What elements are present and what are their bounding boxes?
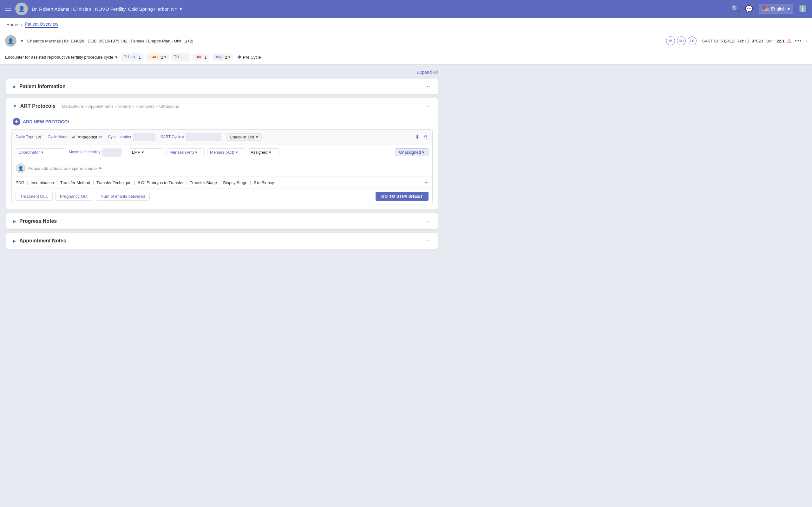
unassigned-button[interactable]: Unassigned ▾ xyxy=(395,148,428,156)
sart-info: SART ID: 532412| Ref: ID: 97023 xyxy=(702,39,763,43)
clinician-avatar: 👤 xyxy=(15,3,28,15)
assigned-chevron-icon: ▾ xyxy=(269,150,271,155)
menses-act-label: Menses (Act) xyxy=(210,150,235,155)
progress-notes-header[interactable]: ▶ Progress Notes ··· xyxy=(6,213,438,229)
language-chevron-icon: ▾ xyxy=(788,6,790,11)
top-navbar: 👤 Dr. Robert Adams | Clinician | NOVO Fe… xyxy=(0,0,812,18)
art-protocols-subtitle: Medications + Appointments + Orders + Ho… xyxy=(62,104,179,109)
art-protocols-header[interactable]: ▼ ART Protocols Medications + Appointmen… xyxy=(6,98,438,114)
appointment-notes-more-options[interactable]: ··· xyxy=(424,238,432,244)
sab-group[interactable]: SAB 2 ▾ xyxy=(146,54,169,60)
encounter-bar: Encounter for assisted reproductive fert… xyxy=(0,50,812,65)
sab-chevron-icon: ▾ xyxy=(164,55,166,59)
months-infertility-field: Months of infertility xyxy=(69,148,121,157)
ivf-group[interactable]: IVF 2 ▾ xyxy=(212,54,233,60)
info-icon[interactable]: ℹ️ xyxy=(799,5,807,13)
sab-count: 2 xyxy=(161,55,163,60)
months-infertility-label: Months of infertility xyxy=(69,150,101,154)
download-icon[interactable]: ⬇ xyxy=(415,133,420,140)
progress-notes-toggle-icon[interactable]: ▶ xyxy=(13,219,16,224)
hamburger-menu[interactable] xyxy=(5,7,11,11)
menses-act-selector[interactable]: Menses (Act) ▾ xyxy=(207,148,245,156)
transfer-edit-icon[interactable]: ✏ xyxy=(425,180,428,185)
nav-right-actions: 🔍 💬 🇺🇸 English ▾ ℹ️ xyxy=(731,4,807,14)
assigned-selector[interactable]: Assigned ▾ xyxy=(248,148,280,156)
checklist-chevron-icon: ▾ xyxy=(256,135,258,139)
progress-notes-more-options[interactable]: ··· xyxy=(424,218,432,224)
patient-header: 👤 ▼ Charlotte Marshall | ID: 134028 | DO… xyxy=(0,32,812,50)
th-label: TH xyxy=(174,55,179,59)
patient-chevron-icon[interactable]: ▼ xyxy=(20,38,24,43)
art-protocols-more-options[interactable]: ··· xyxy=(424,103,432,109)
infants-delivered-button[interactable]: Num of infants delivered xyxy=(96,192,150,201)
breadcrumb-home[interactable]: Home xyxy=(6,22,18,27)
patient-more-options[interactable]: ••• xyxy=(795,38,802,44)
search-icon[interactable]: 🔍 xyxy=(731,5,740,13)
transfer-method-label: Transfer Method xyxy=(60,180,90,185)
assigned-label: Assigned xyxy=(251,150,267,155)
add-protocol-icon: + xyxy=(13,118,20,125)
sperm-source-avatar: 👤 xyxy=(15,163,26,173)
badge-ip: IP xyxy=(666,37,675,45)
appointment-notes-header[interactable]: ▶ Appointment Notes ··· xyxy=(6,233,438,249)
menses-act-chevron-icon: ▾ xyxy=(236,150,238,155)
iui-badge: IUI xyxy=(195,55,203,60)
cycle-badges: PH G 1 SAB 2 ▾ TH IUI 1 IVF 2 ▾ Pre Cycl… xyxy=(121,53,261,61)
patient-info-toggle-icon[interactable]: ▶ xyxy=(13,84,16,89)
breadcrumb-separator: › xyxy=(20,22,22,27)
cycle-name-field: Cycle Name IVF Antagonist ✏ xyxy=(48,134,103,139)
bmi-warning-icon: ⚠ xyxy=(786,38,792,44)
pregnancy-outcome-button[interactable]: Pregnancy Out. xyxy=(55,192,93,201)
chat-icon[interactable]: 💬 xyxy=(745,5,753,13)
appointment-notes-toggle-icon[interactable]: ▶ xyxy=(13,238,16,243)
embryos-label: # Of Embryos to Transfer xyxy=(138,180,184,185)
patient-information-header[interactable]: ▶ Patient Information ··· xyxy=(6,78,438,95)
pdg-label: PDG xyxy=(15,180,24,185)
art-protocols-title: ART Protocols xyxy=(20,103,55,109)
patient-panel-collapse-icon[interactable]: › xyxy=(805,38,807,44)
sperm-source-edit-icon[interactable]: ✏ xyxy=(99,166,102,171)
menses-ant-selector[interactable]: Menses (Ant) ▾ xyxy=(166,148,205,156)
sart-cycle-field: SART Cycle # xyxy=(160,133,221,141)
add-new-protocol-row[interactable]: + ADD NEW PROTOCOL xyxy=(11,114,433,129)
encounter-text: Encounter for assisted reproductive fert… xyxy=(5,55,113,60)
th-group: TH xyxy=(171,53,190,61)
sab-badge: SAB xyxy=(148,55,159,60)
coordinator-selector[interactable]: Coordinator ▾ xyxy=(15,148,66,156)
sart-cycle-label: SART Cycle # xyxy=(160,135,184,139)
cycle-name-edit-icon[interactable]: ✏ xyxy=(99,134,103,139)
expand-all-row: Expand All xyxy=(6,70,438,75)
go-to-stim-sheet-button[interactable]: GO TO STIM SHEET xyxy=(375,192,428,201)
badge-es: ES xyxy=(688,37,697,45)
art-protocols-toggle-icon[interactable]: ▼ xyxy=(13,104,17,109)
iui-group[interactable]: IUI 1 xyxy=(192,54,209,60)
clinician-chevron-icon[interactable]: ▾ xyxy=(180,6,182,12)
th-badge xyxy=(180,54,187,60)
breadcrumb: Home › Patient Overview xyxy=(0,18,812,32)
encounter-selector[interactable]: Encounter for assisted reproductive fert… xyxy=(5,55,117,60)
biopsy-stage-label: Biopsy Stage xyxy=(223,180,247,185)
clinician-info: Dr. Robert Adams | Clinician | NOVO Fert… xyxy=(32,6,728,12)
lmp-selector[interactable]: LMP ▾ xyxy=(129,148,164,156)
months-infertility-input[interactable] xyxy=(102,148,121,157)
lmp-label: LMP xyxy=(132,150,141,155)
badge-gc: GC xyxy=(677,37,686,45)
protocol-row-transfer: PDG | Insemination | Transfer Method | T… xyxy=(12,177,432,188)
sart-cycle-input[interactable] xyxy=(186,133,221,141)
treatment-outcome-button[interactable]: Treatment Out. xyxy=(15,192,53,201)
expand-all-button[interactable]: Expand All xyxy=(417,70,438,75)
print-icon[interactable]: 🖨 xyxy=(423,134,428,140)
protocol-row-coordinator: Coordinator ▾ Months of infertility LMP … xyxy=(12,145,432,160)
bmi-label: BMI: xyxy=(766,39,775,43)
lmp-chevron-icon: ▾ xyxy=(142,150,144,155)
language-selector[interactable]: 🇺🇸 English ▾ xyxy=(759,4,793,14)
cycle-number-input[interactable] xyxy=(133,133,155,141)
patient-avatar: 👤 xyxy=(5,35,16,47)
unassigned-chevron-icon: ▾ xyxy=(422,150,424,155)
bmi-value: 22.1 xyxy=(777,39,785,43)
protocol-table: Cycle Type IVF Cycle Name IVF Antagonist… xyxy=(11,129,433,205)
checklist-button[interactable]: Checklist 0/8 ▾ xyxy=(226,133,262,141)
patient-info-more-options[interactable]: ··· xyxy=(424,83,432,89)
pre-cycle-dot-icon xyxy=(238,55,241,59)
biopsy-num-label: # to Biopsy xyxy=(253,180,274,185)
